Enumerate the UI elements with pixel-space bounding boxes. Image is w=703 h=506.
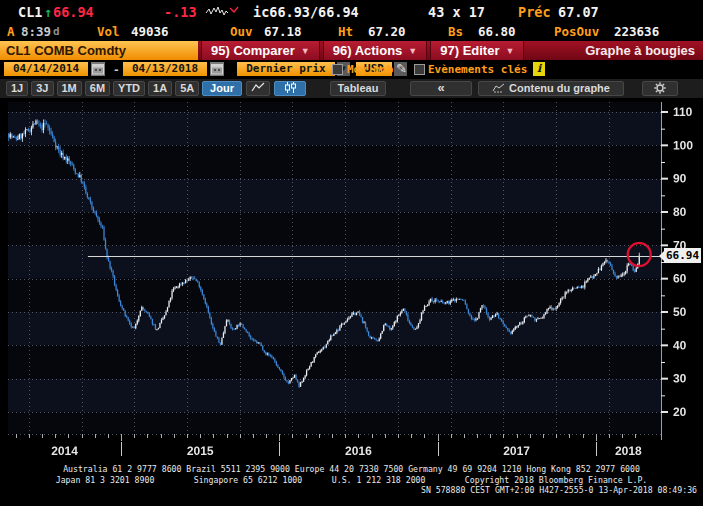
gear-icon (654, 82, 666, 94)
compare-menu-button[interactable]: 95) Comparer ▼ (201, 41, 320, 60)
date-to-input[interactable]: 04/13/2018 (123, 62, 207, 76)
interval-select[interactable]: Jour ▼ (202, 81, 242, 96)
chevron-down-icon: ▼ (408, 46, 417, 56)
moving-average-label: Moy mob (347, 63, 393, 76)
line-chart-icon (251, 82, 266, 93)
footer-contact-line-1: Australia 61 2 9777 8600 Brazil 5511 239… (0, 464, 703, 475)
quote-row: CL1 ↑ 66.94 -.13 ic66.93/66.94 43 x 17 P… (0, 0, 703, 21)
chart-content-button[interactable]: Contenu du graphe (478, 81, 624, 96)
edit-menu-label: 97) Editer (440, 43, 499, 58)
volume-label: Vol (97, 24, 120, 39)
high-value: 67.20 (368, 24, 406, 39)
compare-menu-label: 95) Comparer (211, 43, 295, 58)
candle-chart-type-button[interactable]: ▼ (274, 81, 306, 96)
session-side: A (7, 24, 15, 39)
open-interest-value: 223636 (614, 24, 659, 39)
bloomberg-terminal-window: CL1 ↑ 66.94 -.13 ic66.93/66.94 43 x 17 P… (0, 0, 703, 506)
intraday-sparkline-icon (205, 3, 241, 18)
date-range-separator: - (113, 63, 120, 76)
period-button-6M[interactable]: 6M (85, 81, 110, 96)
last-price-axis-tag: 66.94 (664, 248, 701, 263)
volume-value: 49036 (131, 24, 169, 39)
low-value: 66.80 (478, 24, 516, 39)
price-change: -.13 (164, 4, 197, 20)
price-type-select[interactable]: Dernier prix (237, 62, 335, 76)
terminal-footer: Australia 61 2 9777 8600 Brazil 5511 239… (0, 460, 703, 506)
key-events-label: Evènements clés (428, 63, 527, 76)
period-button-1M[interactable]: 1M (57, 81, 82, 96)
tick-direction-arrow-icon: ↑ (44, 4, 52, 20)
menu-bar: CL1 COMB Comdty 95) Comparer ▼ 96) Actio… (0, 41, 703, 60)
delayed-flag: d (53, 25, 60, 38)
settings-gear-button[interactable] (642, 81, 678, 96)
price-chart-canvas[interactable] (0, 98, 703, 460)
filter-row: 04/14/2014 - 04/13/2018 Dernier prix ▼ U… (0, 60, 703, 78)
period-button-5A[interactable]: 5A (175, 81, 199, 96)
period-button-YTD[interactable]: YTD (113, 81, 145, 96)
footer-contact-line-2: Japan 81 3 3201 8900 Singapore 65 6212 1… (0, 475, 703, 486)
session-time: 8:39 (21, 24, 51, 39)
open-interest-label: PosOuv (554, 24, 599, 39)
date-from-input[interactable]: 04/14/2014 (4, 62, 88, 76)
chart-toolbar: 1J3J1M6MYTD1A5AMax Jour ▼ ▼ Tableau « Co… (0, 78, 703, 98)
collapse-panel-button[interactable]: « (410, 81, 472, 96)
open-label: Ouv (230, 24, 253, 39)
chart-content-icon (492, 83, 506, 93)
function-title: Graphe à bougies (577, 41, 703, 60)
stats-row: A 8:39 d Vol 49036 Ouv 67.18 Ht 67.20 Bs… (0, 21, 703, 41)
chart-panel: 66.94 (0, 98, 703, 460)
ticker: CL1 (18, 4, 42, 20)
period-buttons: 1J3J1M6MYTD1A5AMax (6, 81, 234, 96)
last-price: 66.94 (53, 4, 94, 20)
lot-size: 43 x 17 (428, 4, 485, 20)
chevron-down-icon: ▼ (506, 46, 515, 56)
footer-session-info: SN 578880 CEST GMT+2:00 H427-2555-0 13-A… (0, 485, 703, 496)
moving-average-checkbox[interactable] (332, 64, 343, 75)
period-button-1J[interactable]: 1J (6, 81, 28, 96)
key-events-checkbox[interactable] (414, 64, 425, 75)
open-value: 67.18 (264, 24, 302, 39)
candlestick-icon (284, 82, 297, 93)
annotate-pencil-icon[interactable]: ✎ (396, 61, 407, 76)
calendar-icon[interactable] (91, 62, 105, 76)
actions-menu-label: 96) Actions (333, 43, 403, 58)
edit-menu-button[interactable]: 97) Editer ▼ (430, 41, 524, 60)
prev-close-value: 67.07 (558, 4, 599, 20)
actions-menu-button[interactable]: 96) Actions ▼ (323, 41, 428, 60)
chevron-down-icon: ▼ (301, 46, 310, 56)
table-view-button[interactable]: Tableau (330, 81, 386, 96)
prev-close-label: Préc (518, 4, 551, 20)
calendar-icon[interactable] (210, 62, 224, 76)
period-button-1A[interactable]: 1A (148, 81, 172, 96)
chart-content-label: Contenu du graphe (509, 82, 610, 94)
period-button-3J[interactable]: 3J (31, 81, 53, 96)
info-icon[interactable]: i (533, 62, 545, 76)
high-label: Ht (338, 24, 353, 39)
security-tab[interactable]: CL1 COMB Comdty (0, 41, 198, 60)
line-chart-type-button[interactable] (246, 81, 270, 96)
low-label: Bs (448, 24, 463, 39)
interval-label: Jour (210, 82, 234, 94)
bid-ask: ic66.93/66.94 (253, 4, 359, 20)
